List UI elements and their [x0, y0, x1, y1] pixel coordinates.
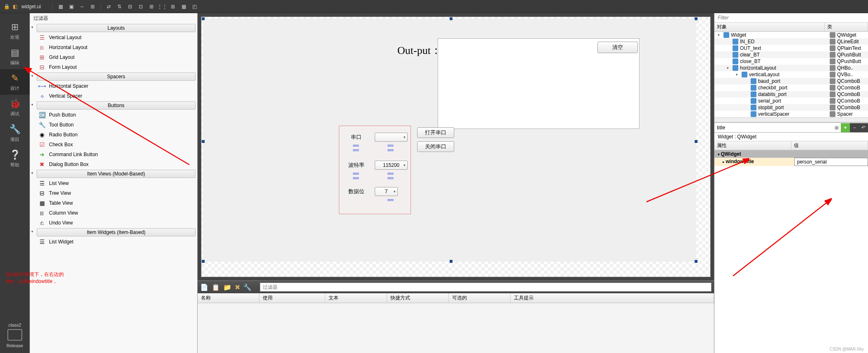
filename-label: widget.ui: [21, 4, 41, 9]
item-command-link-button[interactable]: ➜Command Link Button: [30, 150, 197, 159]
serial-label[interactable]: 串口: [342, 133, 371, 141]
toolbar-btn-9[interactable]: ⊞: [147, 2, 156, 11]
remove-property-icon[interactable]: −: [850, 123, 859, 132]
output-label[interactable]: Out-put：: [396, 43, 443, 58]
baud-label[interactable]: 波特率: [342, 161, 371, 169]
toolbar-btn-4[interactable]: ⊞: [88, 2, 97, 11]
item-dialog-button-box[interactable]: ✖Dialog Button Box: [30, 159, 197, 169]
toolbar-btn-10[interactable]: ⋮⋮: [158, 2, 167, 11]
form-widget[interactable]: Out-put： 清空 串口 ≡≡≡≡≡≡ ≡≡≡≡≡≡ 波特率 115200 …: [203, 19, 696, 262]
object-row-close_BT[interactable]: close_BTQPushButt: [714, 58, 868, 65]
property-filter-input[interactable]: [714, 123, 833, 132]
col-tooltip[interactable]: 工具提示: [511, 293, 714, 303]
object-row-IN_ED[interactable]: IN_EDQLineEdit: [714, 38, 868, 45]
item-vertical-layout[interactable]: ☰Vertical Layout: [30, 33, 197, 42]
toolbar-btn-8[interactable]: ⊡: [136, 2, 145, 11]
toolbar-btn-2[interactable]: ▣: [67, 2, 76, 11]
rail-design[interactable]: ✎ 设计: [0, 69, 30, 95]
baud-combo[interactable]: 115200: [375, 161, 408, 170]
action-filter-input[interactable]: [260, 283, 712, 292]
toolbar-btn-5[interactable]: ⇄: [104, 2, 113, 11]
object-row-serial_port[interactable]: serial_portQComboB: [714, 98, 868, 104]
rail-help[interactable]: ❔ 帮助: [0, 146, 30, 171]
property-group-qwidget[interactable]: QWidget: [714, 150, 868, 158]
item-tool-button[interactable]: 🔧Tool Button: [30, 120, 197, 130]
object-row-checkbit_port[interactable]: checkbit_portQComboB: [714, 84, 868, 91]
toolbar-btn-6[interactable]: ⇅: [115, 2, 124, 11]
design-canvas[interactable]: Out-put： 清空 串口 ≡≡≡≡≡≡ ≡≡≡≡≡≡ 波特率 115200 …: [201, 16, 711, 277]
object-row-verticalLayout[interactable]: ▾verticalLayoutQVBo..: [714, 71, 868, 78]
object-filter-input[interactable]: [714, 13, 868, 23]
widget-scroll[interactable]: Layouts ☰Vertical Layout ⫼Horizontal Lay…: [30, 23, 197, 353]
obj-col-object[interactable]: 对象: [714, 23, 825, 31]
databits-combo[interactable]: 7: [375, 187, 398, 196]
toolbar-btn-12[interactable]: ▦: [179, 2, 188, 11]
group-buttons[interactable]: Buttons: [37, 101, 196, 110]
item-list-widget[interactable]: ☰List Widget: [30, 237, 197, 247]
rail-welcome[interactable]: ⊞ 欢迎: [0, 18, 30, 44]
item-horizontal-spacer[interactable]: ⟷Horizontal Spacer: [30, 81, 197, 91]
item-horizontal-layout[interactable]: ⫼Horizontal Layout: [30, 42, 197, 52]
paste-action-icon[interactable]: 📁: [223, 283, 231, 291]
rail-project[interactable]: 🔧 项目: [0, 120, 30, 146]
group-item-views[interactable]: Item Views (Model-Based): [37, 170, 196, 178]
item-list-view[interactable]: ☰List View: [30, 178, 197, 188]
item-grid-layout[interactable]: ⊞Grid Layout: [30, 52, 197, 62]
build-config[interactable]: Release: [7, 343, 23, 348]
prop-col-name[interactable]: 属性: [714, 141, 791, 150]
open-serial-button[interactable]: 打开串口: [417, 127, 454, 138]
object-row-clear_BT[interactable]: clear_BTQPushButt: [714, 51, 868, 58]
item-tree-view[interactable]: ⊟Tree View: [30, 188, 197, 198]
item-check-box[interactable]: ☑Check Box: [30, 140, 197, 150]
object-row-databits_port[interactable]: databits_portQComboB: [714, 91, 868, 98]
annotation-text: 在ui设计环境下，在右边的 title，出现windowtitle，: [6, 271, 64, 285]
item-radio-button[interactable]: ◉Radio Button: [30, 130, 197, 140]
toolbar-btn-11[interactable]: ⊞: [168, 2, 177, 11]
configure-icon[interactable]: 🔧: [243, 283, 252, 291]
monitor-icon[interactable]: [7, 329, 22, 341]
object-row-stopbit_port[interactable]: stopbit_portQComboB: [714, 104, 868, 111]
col-used[interactable]: 使用: [259, 293, 325, 303]
rail-debug[interactable]: 🐞 调试: [0, 95, 30, 120]
object-row-verticalSpacer[interactable]: verticalSpacerSpacer: [714, 111, 868, 117]
clear-filter-icon[interactable]: ⊗: [833, 124, 841, 131]
item-table-view[interactable]: ▦Table View: [30, 198, 197, 208]
rail-edit[interactable]: ▤ 编辑: [0, 44, 30, 69]
object-tree[interactable]: ▾WidgetQWidgetIN_EDQLineEditOUT_textQPla…: [714, 32, 868, 117]
property-row-windowtitle[interactable]: windowTitle person_serial: [714, 158, 868, 166]
item-undo-view[interactable]: ⎌Undo View: [30, 218, 197, 228]
obj-col-class[interactable]: 类: [825, 23, 868, 31]
toolbar-btn-13[interactable]: ◰: [190, 2, 199, 11]
databits-label[interactable]: 数据位: [342, 188, 371, 195]
delete-action-icon[interactable]: ✖: [235, 283, 240, 291]
copy-action-icon[interactable]: 📋: [212, 283, 220, 291]
new-action-icon[interactable]: 📄: [200, 283, 208, 291]
item-column-view[interactable]: ⫼Column View: [30, 208, 197, 218]
object-row-baud_port[interactable]: baud_portQComboB: [714, 78, 868, 84]
add-property-icon[interactable]: +: [841, 123, 850, 132]
col-name[interactable]: 名称: [198, 293, 259, 303]
scrollbar-placeholder[interactable]: [714, 117, 868, 122]
object-row-OUT_text[interactable]: OUT_textQPlainText: [714, 45, 868, 51]
back-property-icon[interactable]: ↶: [859, 123, 868, 132]
item-form-layout[interactable]: ⊟Form Layout: [30, 62, 197, 72]
serial-combo[interactable]: [375, 133, 408, 142]
toolbar-btn-7[interactable]: ⊟: [126, 2, 135, 11]
toolbar-btn-1[interactable]: ▦: [56, 2, 65, 11]
col-checkable[interactable]: 可选的: [449, 293, 511, 303]
toolbar-btn-3[interactable]: ↔: [77, 2, 86, 11]
clear-button[interactable]: 清空: [597, 42, 638, 53]
col-text[interactable]: 文本: [325, 293, 387, 303]
group-item-widgets[interactable]: Item Widgets (Item-Based): [37, 228, 196, 236]
item-push-button[interactable]: 🆗Push Button: [30, 110, 197, 120]
layout-selection[interactable]: 串口 ≡≡≡≡≡≡ ≡≡≡≡≡≡ 波特率 115200 ≡≡≡≡≡≡ ≡≡≡≡≡…: [339, 126, 411, 214]
prop-col-value[interactable]: 值: [791, 141, 868, 150]
group-spacers[interactable]: Spacers: [37, 72, 196, 81]
prop-value[interactable]: person_serial: [794, 158, 868, 166]
group-layouts[interactable]: Layouts: [37, 24, 196, 32]
item-vertical-spacer[interactable]: ⟡Vertical Spacer: [30, 91, 197, 101]
close-serial-button[interactable]: 关闭串口: [417, 141, 454, 152]
col-shortcut[interactable]: 快捷方式: [387, 293, 449, 303]
object-row-horizontalLayout[interactable]: ▾horizontalLayoutQHBo..: [714, 65, 868, 71]
object-row-Widget[interactable]: ▾WidgetQWidget: [714, 32, 868, 38]
